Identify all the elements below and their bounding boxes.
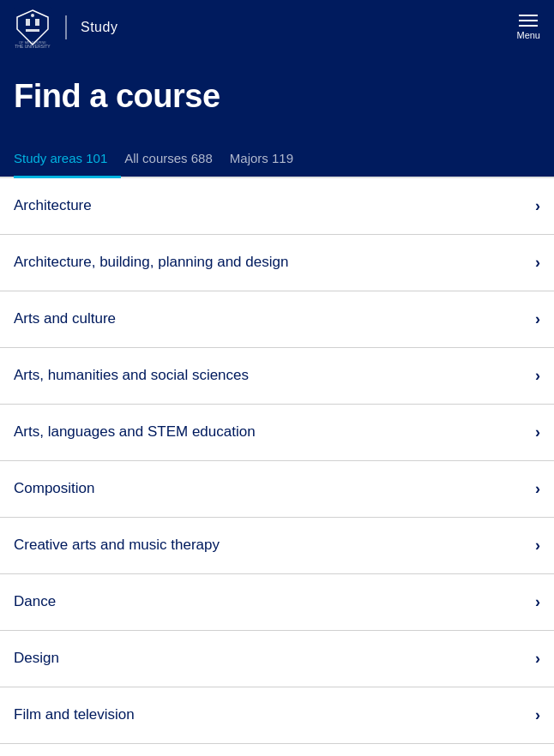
svg-rect-3 bbox=[35, 19, 39, 26]
list-item[interactable]: Creative arts and music therapy› bbox=[0, 518, 554, 574]
study-area-label: Architecture bbox=[14, 197, 92, 214]
chevron-right-icon: › bbox=[535, 423, 540, 441]
svg-text:OF MELBOURNE: OF MELBOURNE bbox=[19, 40, 46, 45]
study-area-label: Creative arts and music therapy bbox=[14, 537, 220, 554]
study-area-label: Film and television bbox=[14, 706, 135, 723]
tabs-nav: Study areas 101All courses 688Majors 119 bbox=[0, 142, 554, 178]
tab-majors[interactable]: Majors 119 bbox=[226, 142, 307, 178]
study-area-label: Architecture, building, planning and des… bbox=[14, 254, 288, 271]
study-area-label: Dance bbox=[14, 593, 56, 610]
list-item[interactable]: Composition› bbox=[0, 461, 554, 518]
chevron-right-icon: › bbox=[535, 480, 540, 498]
tab-study-areas[interactable]: Study areas 101 bbox=[14, 142, 121, 178]
svg-rect-4 bbox=[26, 29, 39, 32]
menu-icon bbox=[519, 15, 538, 27]
study-area-label: Composition bbox=[14, 480, 95, 497]
svg-point-5 bbox=[31, 14, 34, 17]
site-header: THE UNIVERSITY OF MELBOURNE Study Menu bbox=[0, 0, 554, 55]
chevron-right-icon: › bbox=[535, 197, 540, 215]
university-logo: THE UNIVERSITY OF MELBOURNE bbox=[14, 7, 51, 48]
tab-all-courses[interactable]: All courses 688 bbox=[121, 142, 226, 178]
header-left: THE UNIVERSITY OF MELBOURNE Study bbox=[14, 7, 117, 48]
list-item[interactable]: Arts and culture› bbox=[0, 291, 554, 348]
study-area-label: Arts, humanities and social sciences bbox=[14, 367, 249, 384]
chevron-right-icon: › bbox=[535, 254, 540, 272]
list-item[interactable]: Architecture, building, planning and des… bbox=[0, 235, 554, 291]
study-areas-list: Architecture›Architecture, building, pla… bbox=[0, 178, 554, 744]
list-item[interactable]: Architecture› bbox=[0, 178, 554, 235]
study-area-label: Design bbox=[14, 650, 59, 667]
page-title: Find a course bbox=[14, 79, 540, 115]
list-item[interactable]: Film and television› bbox=[0, 687, 554, 744]
chevron-right-icon: › bbox=[535, 593, 540, 611]
list-item[interactable]: Arts, humanities and social sciences› bbox=[0, 348, 554, 405]
menu-button-label: Menu bbox=[516, 30, 540, 40]
menu-button[interactable]: Menu bbox=[516, 15, 540, 40]
list-item[interactable]: Dance› bbox=[0, 574, 554, 631]
hero-section: Find a course bbox=[0, 55, 554, 142]
chevron-right-icon: › bbox=[535, 367, 540, 385]
list-item[interactable]: Arts, languages and STEM education› bbox=[0, 405, 554, 461]
chevron-right-icon: › bbox=[535, 706, 540, 724]
chevron-right-icon: › bbox=[535, 537, 540, 555]
study-area-label: Arts, languages and STEM education bbox=[14, 423, 256, 441]
header-divider bbox=[65, 15, 67, 39]
list-item[interactable]: Design› bbox=[0, 631, 554, 687]
header-study-label: Study bbox=[81, 20, 117, 35]
chevron-right-icon: › bbox=[535, 650, 540, 668]
svg-rect-2 bbox=[26, 19, 30, 26]
study-area-label: Arts and culture bbox=[14, 310, 116, 327]
chevron-right-icon: › bbox=[535, 310, 540, 328]
